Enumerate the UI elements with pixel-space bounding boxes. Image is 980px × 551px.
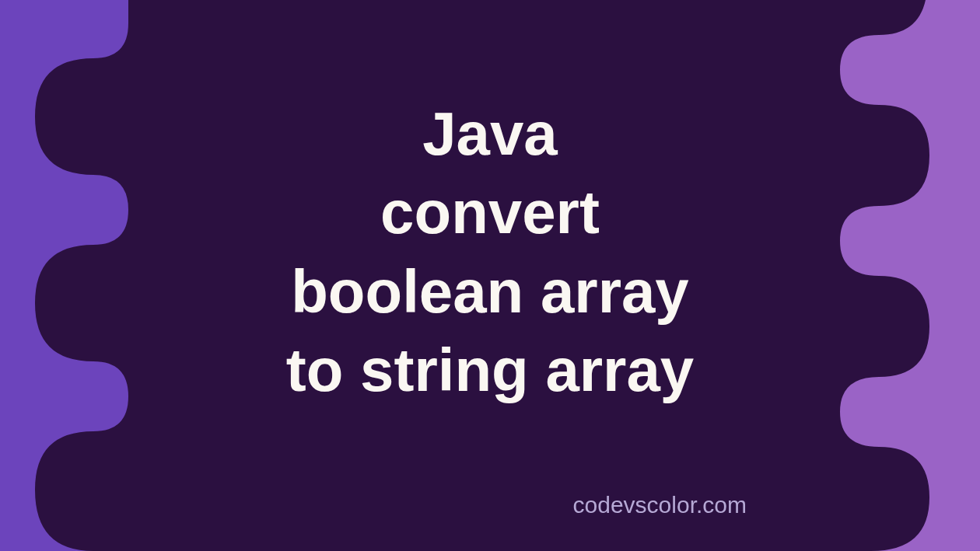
banner-title: Java convert boolean array to string arr… — [286, 95, 694, 410]
credit-text: codevscolor.com — [573, 492, 747, 518]
title-container: Java convert boolean array to string arr… — [0, 0, 980, 551]
banner-canvas: Java convert boolean array to string arr… — [0, 0, 980, 551]
